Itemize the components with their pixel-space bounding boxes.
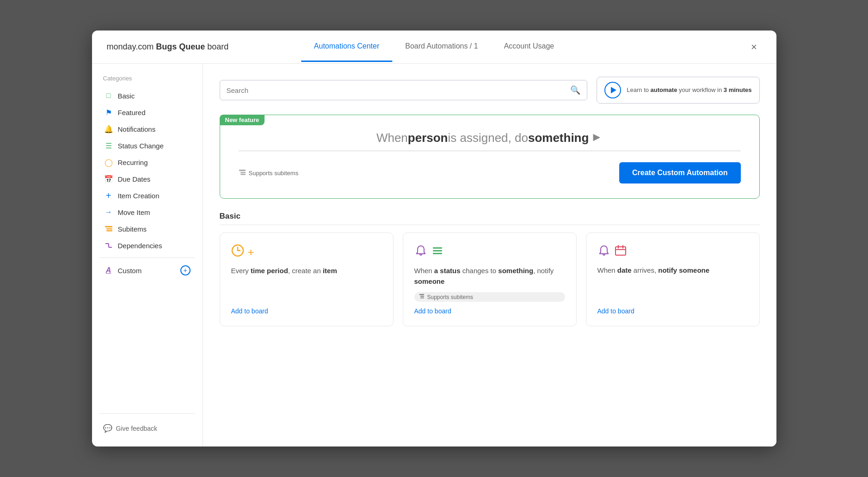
sidebar-item-basic[interactable]: □ Basic — [99, 87, 195, 104]
sidebar-item-recurring[interactable]: ◯ Recurring — [99, 154, 195, 171]
svg-rect-8 — [240, 174, 246, 175]
sidebar-label-dependencies: Dependencies — [118, 242, 162, 250]
custom-automation-card: New feature When person is assigned, do … — [220, 115, 760, 199]
automation-card-3[interactable]: When date arrives, notify someone Add to… — [586, 232, 760, 326]
give-feedback-button[interactable]: 💬 Give feedback — [99, 421, 195, 435]
plus-icon: + — [104, 191, 113, 200]
play-icon — [611, 87, 616, 93]
play-button[interactable] — [604, 82, 621, 98]
close-button[interactable]: × — [747, 40, 762, 55]
svg-rect-7 — [240, 172, 246, 173]
tab-board-automations[interactable]: Board Automations / 1 — [392, 32, 491, 62]
sidebar-item-status-change[interactable]: ☰ Status Change — [99, 137, 195, 154]
header: monday.com Bugs Queue board Automations … — [92, 31, 776, 64]
custom-card-body: When person is assigned, do something ► — [239, 130, 741, 183]
automation-card-1[interactable]: + Every time period, create an item Add … — [220, 232, 394, 326]
give-feedback-label: Give feedback — [116, 425, 158, 432]
svg-rect-0 — [105, 226, 112, 227]
sidebar-label-notifications: Notifications — [118, 125, 156, 133]
plus-icon: + — [248, 246, 254, 259]
search-box[interactable]: 🔍 — [220, 80, 588, 100]
sidebar-label-custom: Custom — [118, 267, 142, 275]
sidebar-label-basic: Basic — [118, 92, 135, 100]
subitems-indicator-icon — [239, 169, 246, 177]
bell-icon: 🔔 — [104, 124, 113, 134]
supports-subitems-label: Supports subitems — [239, 169, 299, 177]
calendar-icon: 📅 — [104, 174, 113, 183]
categories-label: Categories — [99, 75, 195, 82]
clock-icon: ◯ — [104, 158, 113, 167]
card-3-text: When date arrives, notify someone — [597, 265, 748, 276]
calendar-icon-3 — [614, 244, 627, 260]
video-text: Learn to automate your workflow in 3 min… — [627, 86, 751, 95]
speech-bubble-icon: 💬 — [103, 424, 112, 433]
sidebar-footer: 💬 Give feedback — [99, 413, 195, 435]
search-input[interactable] — [227, 86, 571, 94]
sidebar-item-move-item[interactable]: → Move Item — [99, 204, 195, 220]
window-title: monday.com Bugs Queue board — [107, 42, 229, 52]
sidebar-label-item-creation: Item Creation — [118, 192, 160, 200]
sidebar-item-custom[interactable]: A Custom + — [99, 262, 195, 279]
main-window: monday.com Bugs Queue board Automations … — [92, 31, 776, 446]
card-3-icons — [597, 244, 748, 260]
svg-rect-14 — [420, 296, 424, 297]
card-1-text: Every time period, create an item — [231, 266, 382, 276]
basic-section-heading: Basic — [220, 212, 760, 225]
sidebar-item-item-creation[interactable]: + Item Creation — [99, 187, 195, 204]
svg-rect-2 — [106, 230, 112, 232]
bell-icon — [414, 244, 427, 260]
subitems-icon — [104, 224, 113, 233]
svg-rect-16 — [616, 247, 626, 255]
svg-rect-15 — [420, 298, 424, 299]
sidebar-label-subitems: Subitems — [118, 225, 147, 233]
custom-automation-sentence: When person is assigned, do something ► — [239, 130, 741, 151]
tab-account-usage[interactable]: Account Usage — [491, 32, 567, 62]
sidebar-item-subitems[interactable]: Subitems — [99, 220, 195, 237]
sidebar-divider — [99, 257, 195, 258]
create-custom-automation-button[interactable]: Create Custom Automation — [619, 162, 741, 183]
sidebar-item-dependencies[interactable]: Dependencies — [99, 237, 195, 254]
card-2-text: When a status changes to something, noti… — [414, 266, 565, 287]
sidebar-item-featured[interactable]: ⚑ Featured — [99, 104, 195, 121]
underline-a-icon: A — [104, 266, 113, 275]
arrow-right-icon: → — [104, 208, 113, 217]
add-to-board-1[interactable]: Add to board — [231, 307, 382, 315]
card-1-icons: + — [231, 244, 382, 260]
subitems-icon-small — [419, 294, 425, 300]
list-icon: ☰ — [104, 141, 113, 150]
top-bar: 🔍 Learn to automate your workflow in 3 m… — [220, 77, 760, 104]
sidebar-label-due-dates: Due Dates — [118, 175, 151, 183]
svg-rect-1 — [106, 228, 112, 230]
sidebar-item-due-dates[interactable]: 📅 Due Dates — [99, 171, 195, 187]
cursor-icon: ► — [591, 130, 603, 144]
sidebar-label-move-item: Move Item — [118, 208, 150, 216]
sidebar: Categories □ Basic ⚑ Featured 🔔 Notifica… — [92, 64, 203, 446]
search-icon: 🔍 — [570, 85, 580, 95]
body: Categories □ Basic ⚑ Featured 🔔 Notifica… — [92, 64, 776, 446]
custom-card-footer: Supports subitems Create Custom Automati… — [239, 162, 741, 183]
main-content: 🔍 Learn to automate your workflow in 3 m… — [203, 64, 776, 446]
automation-card-2[interactable]: When a status changes to something, noti… — [403, 232, 577, 326]
add-custom-button[interactable]: + — [180, 265, 191, 275]
video-card[interactable]: Learn to automate your workflow in 3 min… — [597, 77, 759, 104]
svg-rect-6 — [239, 170, 246, 171]
add-to-board-2[interactable]: Add to board — [414, 307, 565, 315]
add-to-board-3[interactable]: Add to board — [597, 307, 748, 315]
cube-icon: □ — [104, 91, 113, 100]
automation-cards-grid: + Every time period, create an item Add … — [220, 232, 760, 326]
bookmark-icon: ⚑ — [104, 108, 113, 117]
svg-rect-11 — [433, 250, 442, 251]
tab-automations-center[interactable]: Automations Center — [301, 32, 392, 62]
svg-rect-12 — [433, 253, 442, 254]
sidebar-label-recurring: Recurring — [118, 159, 148, 166]
header-tabs: Automations Center Board Automations / 1… — [301, 32, 567, 62]
svg-rect-13 — [419, 294, 424, 295]
card-2-tag: Supports subitems — [414, 292, 565, 302]
list-icon — [431, 244, 444, 260]
sidebar-item-notifications[interactable]: 🔔 Notifications — [99, 121, 195, 137]
new-feature-badge: New feature — [220, 115, 265, 125]
bell-icon-3 — [597, 244, 610, 260]
clock-icon — [231, 244, 244, 260]
dependencies-icon — [104, 241, 113, 250]
sidebar-label-featured: Featured — [118, 109, 146, 116]
